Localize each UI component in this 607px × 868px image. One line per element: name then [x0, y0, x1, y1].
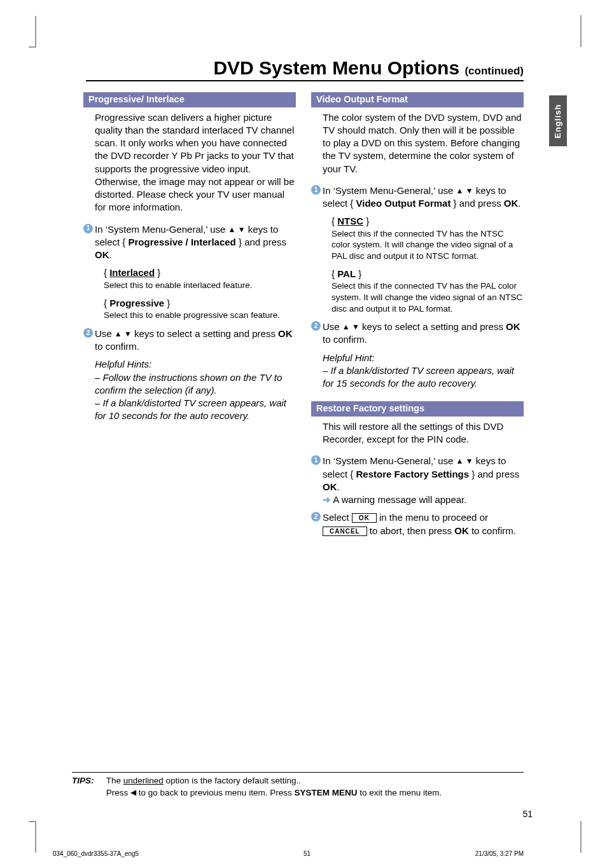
text: The: [106, 776, 123, 785]
cancel-menu-button: CANCEL: [323, 527, 367, 536]
text: keys to select a setting and press: [132, 328, 278, 339]
ok-menu-button: OK: [352, 513, 377, 523]
system-menu-key: SYSTEM MENU: [294, 788, 357, 797]
restore-step-2: 2 Select OK in the menu to proceed or CA…: [323, 511, 524, 537]
footer-timestamp: 21/3/05, 3:27 PM: [475, 850, 524, 857]
text: to abort, then press: [367, 525, 455, 536]
text: Use: [323, 321, 342, 332]
text: {: [104, 298, 109, 308]
video-output-step-2: 2 Use ▲ ▼ keys to select a setting and p…: [323, 320, 524, 347]
arrow-keys-icon: ▲ ▼: [115, 329, 132, 338]
result-arrow-icon: ➜: [323, 494, 331, 505]
video-output-hint: Helpful Hint: – If a blank/distorted TV …: [323, 352, 524, 390]
step-bullet-2: 2: [83, 328, 93, 338]
arrow-keys-icon: ▲ ▼: [456, 457, 473, 465]
video-output-intro: The color system of the DVD system, DVD …: [323, 111, 524, 176]
page-number: 51: [522, 809, 533, 819]
option-label: PAL: [337, 268, 356, 279]
footer-filename: 034_060_dvdr3355-37A_eng5: [53, 850, 139, 857]
page-title-main: DVD System Menu Options: [213, 57, 464, 78]
text: }: [363, 216, 369, 226]
result-text: A warning message will appear.: [331, 494, 466, 505]
ok-key: OK: [504, 198, 519, 209]
ok-key: OK: [323, 481, 337, 492]
option-ntsc: { NTSC } Select this if the connected TV…: [331, 215, 524, 261]
text: to exit the menu item.: [357, 788, 442, 797]
text: to confirm.: [469, 525, 516, 536]
hint-heading: Helpful Hints:: [95, 358, 296, 371]
step-bullet-1: 1: [311, 185, 321, 195]
text: to go back to previous menu item. Press: [136, 788, 294, 797]
restore-step-1: 1 In ‘System Menu-General,’ use ▲ ▼ keys…: [323, 455, 524, 506]
page-title: DVD System Menu Options (continued): [86, 57, 524, 79]
right-column: Video Output Format The color system of …: [314, 92, 524, 542]
arrow-keys-icon: ▲ ▼: [342, 322, 359, 331]
step-bullet-1: 1: [83, 224, 93, 233]
text: .: [518, 198, 520, 209]
crop-mark-tr: [574, 15, 588, 47]
text: .: [109, 249, 112, 260]
text: .: [337, 481, 340, 492]
progressive-hints: Helpful Hints: – Follow the instructions…: [95, 358, 296, 422]
option-desc: Select this to enable interlaced feature…: [104, 280, 296, 291]
text: In ‘System Menu-General,’ use: [323, 185, 456, 196]
text: {: [331, 216, 337, 226]
restore-intro: This will restore all the settings of th…: [323, 420, 524, 446]
text: to confirm.: [323, 334, 367, 345]
crop-mark-bl: [29, 821, 43, 853]
progressive-step-2: 2 Use ▲ ▼ keys to select a setting and p…: [95, 327, 296, 354]
step-bullet-2: 2: [311, 512, 321, 521]
text: In ‘System Menu-General,’ use: [323, 455, 456, 466]
option-desc: Select this to enable progressive scan f…: [104, 310, 296, 321]
option-interlaced: { Interlaced } Select this to enable int…: [104, 266, 296, 291]
option-name: Restore Factory Settings: [356, 469, 470, 479]
crop-mark-br: [574, 821, 588, 853]
section-head-restore: Restore Factory settings: [311, 401, 524, 417]
option-label: Progressive: [109, 298, 164, 308]
print-footer: 034_060_dvdr3355-37A_eng5 51 21/3/05, 3:…: [53, 850, 524, 857]
crop-mark-tl: [29, 16, 43, 48]
text: keys to select a setting and press: [359, 321, 506, 332]
underlined-word: underlined: [123, 776, 164, 785]
hint-heading: Helpful Hint:: [323, 352, 524, 364]
page-title-continued: (continued): [464, 65, 524, 77]
text: }: [164, 298, 170, 308]
footer-page: 51: [304, 850, 310, 857]
text: to confirm.: [95, 341, 139, 352]
text: } and press: [236, 237, 286, 247]
option-desc: Select this if the connected TV has the …: [331, 228, 524, 262]
text: In ‘System Menu-General,’ use: [95, 224, 228, 235]
text: }: [356, 268, 361, 279]
progressive-intro: Progressive scan delivers a higher pictu…: [95, 111, 296, 214]
left-arrow-icon: ◀: [130, 788, 136, 797]
text: option is the factory default setting..: [164, 776, 301, 785]
text: }: [155, 267, 160, 278]
tips-box: TIPS: The underlined option is the facto…: [72, 772, 524, 799]
section-head-video-output: Video Output Format: [311, 92, 524, 107]
step-bullet-1: 1: [311, 455, 321, 465]
text: Press: [106, 788, 130, 797]
progressive-step-1: 1 In ‘System Menu-General,’ use ▲ ▼ keys…: [95, 223, 296, 262]
text: } and press: [450, 198, 503, 209]
option-progressive: { Progressive } Select this to enable pr…: [104, 297, 296, 321]
option-desc: Select this if the connected TV has the …: [331, 280, 524, 314]
hint-line: – Follow the instructions shown on the T…: [95, 371, 296, 397]
arrow-keys-icon: ▲ ▼: [228, 225, 246, 234]
text: } and press: [469, 469, 519, 479]
page-title-wrap: DVD System Menu Options (continued): [86, 57, 524, 81]
option-name: Progressive / Interlaced: [129, 237, 236, 247]
left-column: Progressive/ Interlace Progressive scan …: [86, 92, 296, 542]
arrow-keys-icon: ▲ ▼: [456, 186, 473, 195]
option-pal: { PAL } Select this if the connected TV …: [331, 268, 524, 314]
ok-key: OK: [454, 525, 469, 536]
language-tab-label: English: [554, 104, 563, 138]
ok-key: OK: [95, 249, 109, 260]
option-name: Video Output Format: [356, 198, 451, 209]
text: {: [104, 267, 109, 278]
option-label: Interlaced: [109, 267, 155, 278]
ok-key: OK: [506, 321, 520, 332]
tips-label: TIPS:: [72, 775, 104, 787]
tips-text: The underlined option is the factory def…: [106, 775, 513, 799]
hint-line: – If a blank/distorted TV screen appears…: [323, 364, 524, 390]
hint-line: – If a blank/distorted TV screen appears…: [95, 397, 296, 423]
